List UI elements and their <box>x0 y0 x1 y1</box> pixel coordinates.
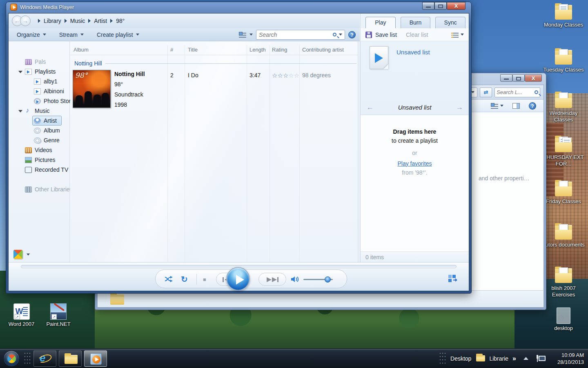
chevron-down-icon[interactable] <box>471 91 474 93</box>
play-favorites-link[interactable]: Play favorites <box>397 160 432 167</box>
refresh-button[interactable] <box>480 88 492 97</box>
breadcrumb-music[interactable]: Music <box>70 18 85 24</box>
tab-play[interactable]: Play <box>365 17 396 28</box>
wmp-titlebar[interactable]: Windows Media Player <box>10 4 74 11</box>
help-icon[interactable] <box>348 31 356 38</box>
album-genre[interactable]: Soundtrack <box>114 91 165 98</box>
unsaved-list-link[interactable]: Unsaved list <box>396 49 430 56</box>
sidebar-item-pals[interactable]: Pals <box>9 57 69 67</box>
sidebar-item-videos[interactable]: Videos <box>9 145 69 155</box>
network-icon[interactable] <box>536 355 546 362</box>
desktop-icon-desktop-ini[interactable]: desktop <box>542 307 585 332</box>
list-options-button[interactable] <box>452 32 464 38</box>
forward-button[interactable]: → <box>20 16 31 26</box>
breadcrumb-artist[interactable]: Artist <box>94 18 107 24</box>
taskbar-item-internet-explorer[interactable]: e <box>33 350 56 367</box>
sidebar-item-playlists[interactable]: Playlists <box>9 67 69 76</box>
view-options-icon[interactable] <box>239 32 246 38</box>
volume-slider[interactable] <box>303 279 333 280</box>
minimize-button[interactable] <box>500 74 512 82</box>
sidebar-item-album[interactable]: Album <box>9 126 69 135</box>
chevron-more-icon[interactable] <box>512 355 516 362</box>
taskbar-item-explorer[interactable] <box>59 350 82 367</box>
desktop-icon-friday-classes[interactable]: Friday Classes <box>542 180 585 205</box>
close-button[interactable]: X <box>447 2 466 10</box>
wmp-search-input[interactable] <box>259 31 330 38</box>
tray-desktop-label[interactable]: Desktop <box>450 355 471 362</box>
next-button[interactable] <box>258 273 286 286</box>
album-artist[interactable]: 98° <box>114 81 165 88</box>
minimize-button[interactable] <box>422 2 434 10</box>
chevron-down-icon[interactable] <box>249 34 253 36</box>
organize-button[interactable]: Organize <box>13 30 50 40</box>
tab-sync[interactable]: Sync <box>435 17 466 28</box>
column-header-length[interactable]: Length <box>249 47 266 53</box>
breadcrumb-library[interactable]: Library <box>44 18 61 24</box>
media-guide-button[interactable] <box>13 250 30 259</box>
stream-button[interactable]: Stream <box>55 30 88 40</box>
sidebar-item-other-libraries[interactable]: Other Libraries <box>9 184 69 194</box>
create-playlist-button[interactable]: Create playlist <box>93 30 143 40</box>
album-group-header[interactable]: Notting Hill <box>74 59 356 67</box>
expander-icon[interactable] <box>18 110 22 112</box>
preview-pane-icon[interactable] <box>512 103 520 109</box>
mute-button[interactable] <box>290 270 300 289</box>
wmp-search-box[interactable] <box>256 30 345 40</box>
stop-button[interactable] <box>203 270 206 289</box>
column-header-rating[interactable]: Rating <box>272 47 287 53</box>
explorer-search-box[interactable] <box>494 88 540 97</box>
track-rating[interactable] <box>272 72 299 79</box>
maximize-button[interactable] <box>512 74 525 82</box>
explorer-search-input[interactable] <box>497 89 535 95</box>
album-title[interactable]: Notting Hill <box>114 71 165 77</box>
librarie-folder-icon[interactable] <box>475 355 485 362</box>
search-icon[interactable] <box>333 33 336 36</box>
shuffle-button[interactable] <box>165 270 174 289</box>
views-icon[interactable] <box>491 103 498 109</box>
sidebar-item-recorded-tv[interactable]: Recorded TV <box>9 165 69 175</box>
sidebar-item-music[interactable]: Music <box>9 106 69 116</box>
album-art[interactable]: 98° <box>73 70 111 108</box>
clear-list-button[interactable]: Clear list <box>406 31 428 38</box>
next-list-arrow-icon[interactable]: → <box>456 103 463 112</box>
switch-to-now-playing-button[interactable] <box>448 275 457 283</box>
sidebar-item-albinoni[interactable]: Albinoni <box>9 86 69 96</box>
sidebar-item-photo-story[interactable]: Photo Story <box>9 96 69 106</box>
column-header-album[interactable]: Album <box>74 47 89 53</box>
desktop-icon-thursday-ext[interactable]: THURSDAY EXT FOR... <box>542 136 585 167</box>
desktop-icon-tutors-documents[interactable]: Tutors documents <box>542 223 585 248</box>
maximize-button[interactable] <box>434 2 447 10</box>
tray-librarie-label[interactable]: Librarie <box>489 355 508 362</box>
breadcrumb-98[interactable]: 98° <box>116 18 125 24</box>
help-icon[interactable] <box>529 102 536 110</box>
column-header-title[interactable]: Title <box>188 47 198 53</box>
playlist-drop-area[interactable]: Drag items here to create a playlist or … <box>361 115 469 251</box>
desktop-icon-blish-2007-exercises[interactable]: blish 2007 Exercises <box>542 267 585 298</box>
sidebar-item-artist[interactable]: Artist <box>9 116 69 126</box>
sidebar-item-pictures[interactable]: Pictures <box>9 155 69 165</box>
desktop-icon-paintnet[interactable]: Paint.NET <box>36 303 81 328</box>
start-button[interactable] <box>3 350 20 367</box>
expander-icon[interactable] <box>18 71 22 73</box>
show-hidden-icons-button[interactable] <box>523 357 528 360</box>
close-button[interactable]: X <box>525 74 542 82</box>
play-button[interactable] <box>226 267 250 291</box>
chevron-down-icon[interactable] <box>339 34 342 36</box>
volume-knob[interactable] <box>325 276 331 283</box>
album-year[interactable]: 1998 <box>114 101 165 108</box>
search-icon[interactable] <box>535 90 538 94</box>
tab-burn[interactable]: Burn <box>401 17 431 28</box>
chevron-down-icon[interactable] <box>500 105 503 107</box>
prev-list-arrow-icon[interactable]: ← <box>366 103 374 112</box>
taskbar-clock[interactable]: 10:09 AM 28/10/2013 <box>550 352 584 366</box>
desktop-icon-wednesday-classes[interactable]: Wednesday Classes <box>542 92 585 123</box>
desktop-icon-monday-classes[interactable]: Monday Classes <box>542 3 585 28</box>
desktop-icon-tuesday-classes[interactable]: Tuesday Classes <box>542 48 585 73</box>
column-header-contributing-artist[interactable]: Contributing artist <box>302 47 344 53</box>
repeat-button[interactable] <box>181 270 188 289</box>
column-header-number[interactable]: # <box>170 47 173 53</box>
sidebar-item-genre[interactable]: Genre <box>9 135 69 145</box>
sidebar-item-alby1[interactable]: alby1 <box>9 76 69 86</box>
save-list-button[interactable]: Save list <box>375 31 397 38</box>
taskbar-item-wmp[interactable] <box>84 350 107 367</box>
